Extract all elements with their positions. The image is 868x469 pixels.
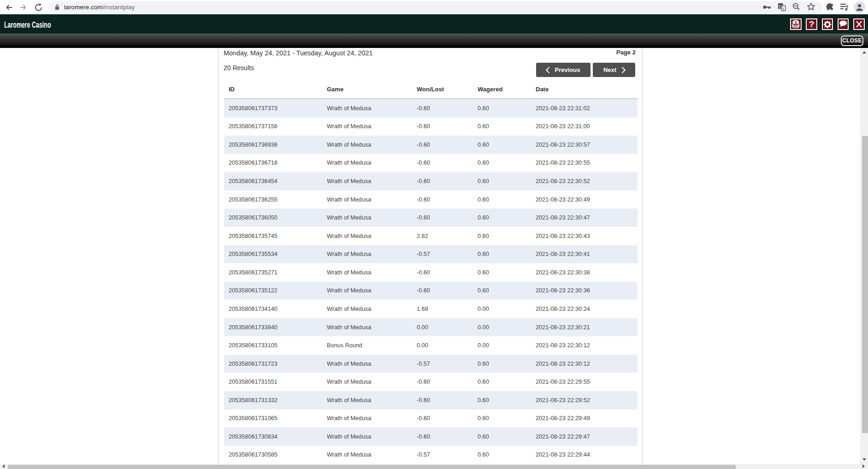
svg-text:$: $ [795, 20, 797, 25]
